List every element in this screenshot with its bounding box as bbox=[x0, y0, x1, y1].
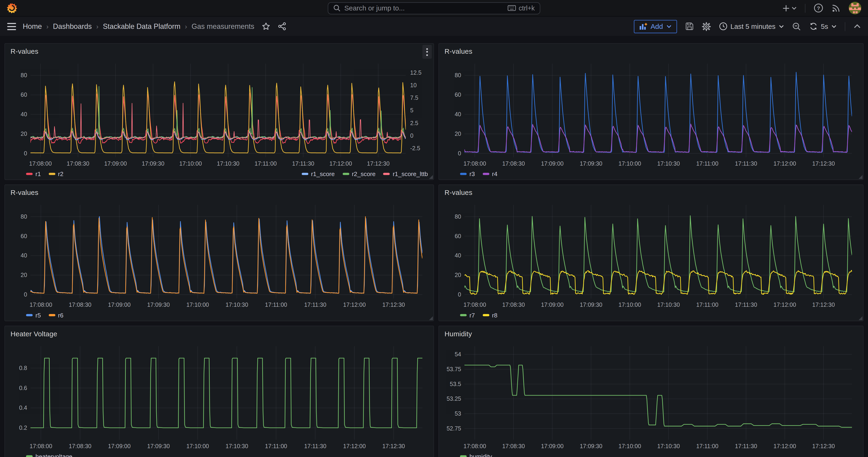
panel-r-values-3: R-values 02040608017:08:0017:08:3017:09:… bbox=[4, 184, 434, 321]
svg-text:0: 0 bbox=[24, 291, 27, 298]
panel-menu-kebab-icon[interactable] bbox=[423, 45, 432, 59]
svg-text:17:10:30: 17:10:30 bbox=[657, 160, 680, 167]
svg-text:52.75: 52.75 bbox=[446, 425, 461, 432]
svg-text:17:10:30: 17:10:30 bbox=[217, 160, 240, 167]
svg-text:7.5: 7.5 bbox=[410, 94, 418, 101]
svg-text:53.25: 53.25 bbox=[446, 395, 461, 402]
news-rss-icon[interactable] bbox=[832, 3, 840, 12]
svg-text:17:12:30: 17:12:30 bbox=[367, 160, 390, 167]
breadcrumb-dashboards[interactable]: Dashboards bbox=[53, 22, 92, 30]
legend-item[interactable]: r4 bbox=[483, 171, 497, 177]
breadcrumb-folder[interactable]: Stackable Data Platform bbox=[103, 22, 180, 30]
timeseries-chart[interactable]: 020406080-2.502.557.51012.517:08:0017:08… bbox=[9, 59, 429, 168]
timeseries-chart[interactable]: 02040608017:08:0017:08:3017:09:0017:09:3… bbox=[443, 59, 859, 168]
legend-item[interactable]: r3 bbox=[460, 171, 475, 177]
panel-legend: r3 r4 bbox=[439, 168, 863, 180]
add-panel-button[interactable]: Add bbox=[634, 20, 677, 33]
svg-text:17:08:00: 17:08:00 bbox=[464, 443, 486, 449]
user-avatar[interactable] bbox=[849, 2, 862, 14]
legend-item[interactable]: r2_score bbox=[342, 171, 375, 177]
svg-text:0: 0 bbox=[458, 150, 461, 156]
new-button[interactable] bbox=[782, 4, 797, 12]
time-range-picker[interactable]: Last 5 minutes bbox=[719, 22, 784, 30]
search-placeholder: Search or jump to... bbox=[344, 4, 504, 12]
svg-text:17:10:30: 17:10:30 bbox=[225, 301, 248, 308]
panel-resize-handle[interactable] bbox=[859, 175, 863, 179]
svg-text:17:10:00: 17:10:00 bbox=[619, 160, 641, 167]
panel-header: R-values bbox=[439, 44, 863, 59]
svg-text:17:11:00: 17:11:00 bbox=[696, 301, 718, 308]
legend-item[interactable]: humidity bbox=[460, 453, 492, 457]
svg-text:17:09:00: 17:09:00 bbox=[108, 443, 130, 449]
svg-text:17:11:30: 17:11:30 bbox=[735, 160, 757, 167]
svg-text:17:08:30: 17:08:30 bbox=[69, 443, 91, 449]
panel-resize-handle[interactable] bbox=[429, 316, 433, 320]
breadcrumb-home[interactable]: Home bbox=[23, 22, 42, 30]
svg-text:0.8: 0.8 bbox=[19, 365, 27, 371]
search-shortcut: ctrl+k bbox=[508, 4, 535, 12]
legend-item[interactable]: heatervoltage bbox=[26, 453, 72, 457]
timeseries-chart[interactable]: 02040608017:08:0017:08:3017:09:0017:09:3… bbox=[443, 201, 859, 309]
chevron-down-icon bbox=[666, 25, 671, 28]
save-dashboard-icon[interactable] bbox=[685, 22, 693, 30]
refresh-picker[interactable]: 5s bbox=[809, 22, 836, 30]
panel-r-values-4: R-values 02040608017:08:0017:08:3017:09:… bbox=[438, 184, 864, 321]
panel-title[interactable]: R-values bbox=[10, 189, 38, 196]
svg-text:17:12:00: 17:12:00 bbox=[773, 160, 796, 167]
panel-header: R-values bbox=[439, 185, 863, 201]
legend-item[interactable]: r1_score_lttb bbox=[383, 171, 428, 177]
legend-item[interactable]: r7 bbox=[460, 312, 475, 318]
zoom-out-icon[interactable] bbox=[792, 22, 801, 31]
svg-text:17:12:30: 17:12:30 bbox=[812, 301, 835, 308]
svg-text:60: 60 bbox=[21, 91, 27, 98]
svg-text:80: 80 bbox=[21, 72, 27, 79]
legend-item[interactable]: r6 bbox=[49, 312, 63, 318]
panel-title[interactable]: Heater Voltage bbox=[10, 330, 57, 338]
legend-item[interactable]: r5 bbox=[26, 312, 41, 318]
panel-resize-handle[interactable] bbox=[429, 175, 433, 179]
legend-item[interactable]: r8 bbox=[483, 312, 497, 318]
svg-text:17:10:30: 17:10:30 bbox=[657, 301, 680, 308]
legend-item[interactable]: r1 bbox=[26, 171, 41, 177]
panel-title[interactable]: Humidity bbox=[444, 330, 472, 338]
svg-text:40: 40 bbox=[21, 111, 27, 117]
svg-text:17:12:00: 17:12:00 bbox=[343, 443, 366, 449]
timeseries-chart[interactable]: 52.755353.2553.553.755417:08:0017:08:301… bbox=[443, 342, 859, 450]
panel-title[interactable]: R-values bbox=[444, 48, 472, 55]
svg-text:40: 40 bbox=[455, 111, 461, 117]
svg-text:17:12:00: 17:12:00 bbox=[330, 160, 352, 167]
divider bbox=[845, 22, 845, 31]
svg-text:17:08:00: 17:08:00 bbox=[29, 160, 52, 167]
svg-text:17:10:00: 17:10:00 bbox=[186, 443, 209, 449]
favorite-star-button[interactable] bbox=[262, 22, 270, 30]
svg-text:53.5: 53.5 bbox=[450, 381, 461, 387]
grafana-logo[interactable] bbox=[7, 3, 17, 13]
share-button[interactable] bbox=[278, 22, 286, 30]
chevron-down-icon bbox=[779, 25, 784, 28]
svg-text:17:08:00: 17:08:00 bbox=[464, 160, 486, 167]
svg-text:17:12:00: 17:12:00 bbox=[343, 301, 366, 308]
svg-text:60: 60 bbox=[455, 91, 461, 98]
menu-hamburger-icon[interactable] bbox=[7, 22, 16, 30]
top-bar: Search or jump to... ctrl+k bbox=[0, 0, 868, 17]
svg-text:17:11:00: 17:11:00 bbox=[696, 160, 718, 167]
svg-text:17:09:30: 17:09:30 bbox=[580, 443, 602, 449]
panel-title[interactable]: R-values bbox=[10, 48, 38, 55]
dashboard-settings-gear-icon[interactable] bbox=[702, 22, 710, 31]
panel-legend: r5 r6 bbox=[5, 309, 433, 321]
topbar-actions: ? bbox=[782, 2, 862, 14]
svg-text:17:09:30: 17:09:30 bbox=[580, 301, 602, 308]
help-icon[interactable]: ? bbox=[814, 3, 823, 12]
timeseries-chart[interactable]: 0.20.40.60.817:08:0017:08:3017:09:0017:0… bbox=[9, 342, 429, 450]
svg-text:17:09:00: 17:09:00 bbox=[541, 443, 563, 449]
legend-item[interactable]: r2 bbox=[49, 171, 63, 177]
search-input[interactable]: Search or jump to... ctrl+k bbox=[328, 2, 540, 14]
svg-text:53: 53 bbox=[455, 410, 461, 417]
legend-item[interactable]: r1_score bbox=[302, 171, 335, 177]
panel-header: R-values bbox=[5, 44, 433, 59]
collapse-chevron-up-icon[interactable] bbox=[854, 24, 861, 29]
panel-title[interactable]: R-values bbox=[444, 189, 472, 196]
panel-resize-handle[interactable] bbox=[859, 316, 863, 320]
svg-text:17:10:30: 17:10:30 bbox=[225, 443, 248, 449]
timeseries-chart[interactable]: 02040608017:08:0017:08:3017:09:0017:09:3… bbox=[9, 201, 429, 309]
